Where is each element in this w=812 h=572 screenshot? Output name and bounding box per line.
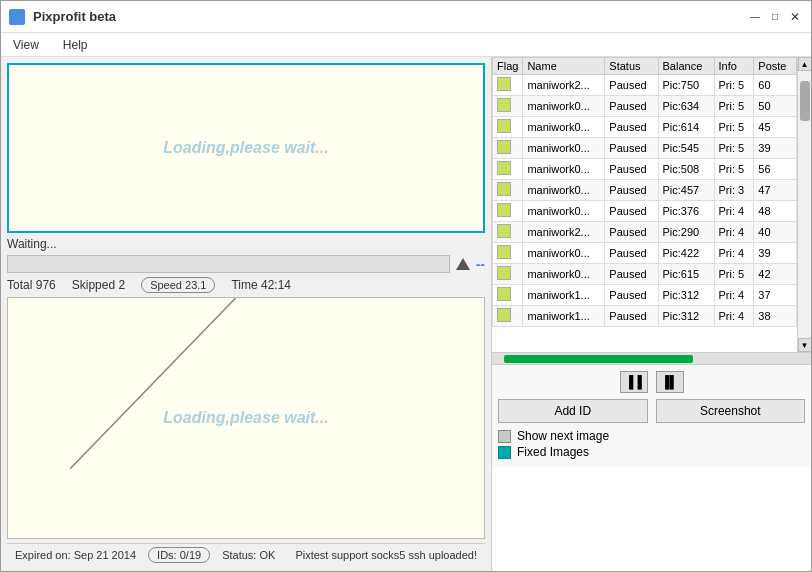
posted-cell: 39 — [754, 243, 797, 264]
col-balance[interactable]: Balance — [658, 58, 714, 75]
posted-cell: 48 — [754, 201, 797, 222]
info-cell: Pri: 4 — [714, 201, 754, 222]
screenshot-button[interactable]: Screenshot — [656, 399, 806, 423]
close-button[interactable]: ✕ — [787, 9, 803, 25]
table-row[interactable]: maniwork2... Paused Pic:290 Pri: 4 40 — [493, 222, 797, 243]
scroll-thumb[interactable] — [800, 81, 810, 121]
app-title: Pixprofit beta — [33, 9, 116, 24]
info-cell: Pri: 5 — [714, 96, 754, 117]
maximize-button[interactable]: □ — [767, 9, 783, 25]
flag-icon — [497, 287, 511, 301]
table-row[interactable]: maniwork0... Paused Pic:457 Pri: 3 47 — [493, 180, 797, 201]
table-row[interactable]: maniwork2... Paused Pic:750 Pri: 5 60 — [493, 75, 797, 96]
status-cell: Paused — [605, 222, 658, 243]
posted-cell: 39 — [754, 138, 797, 159]
posted-cell: 60 — [754, 75, 797, 96]
menu-help[interactable]: Help — [55, 36, 96, 54]
table-row[interactable]: maniwork0... Paused Pic:615 Pri: 5 42 — [493, 264, 797, 285]
bottom-status: Expired on: Sep 21 2014 IDs: 0/19 Status… — [7, 543, 485, 565]
main-content: Loading,please wait... Waiting... -- Tot… — [1, 57, 811, 571]
table-row[interactable]: maniwork0... Paused Pic:376 Pri: 4 48 — [493, 201, 797, 222]
skipped-value: 2 — [118, 278, 125, 292]
flag-icon — [497, 161, 511, 175]
scroll-down-arrow[interactable]: ▼ — [798, 338, 812, 352]
table-scroll-wrapper: Flag Name Status Balance Info Poste mani… — [492, 57, 811, 352]
col-flag[interactable]: Flag — [493, 58, 523, 75]
right-panel: Flag Name Status Balance Info Poste mani… — [491, 57, 811, 571]
info-cell: Pri: 5 — [714, 75, 754, 96]
menu-bar: View Help — [1, 33, 811, 57]
title-bar-left: Pixprofit beta — [9, 9, 116, 25]
balance-cell: Pic:614 — [658, 117, 714, 138]
vertical-scrollbar[interactable]: ▲ ▼ — [797, 57, 811, 352]
progress-bar — [7, 255, 450, 273]
balance-cell: Pic:312 — [658, 306, 714, 327]
col-name[interactable]: Name — [523, 58, 605, 75]
time-value: 42:14 — [261, 278, 291, 292]
main-window: Pixprofit beta — □ ✕ View Help Loading,p… — [0, 0, 812, 572]
total-value: 976 — [36, 278, 56, 292]
preview-loading-text: Loading,please wait... — [163, 409, 328, 427]
col-status[interactable]: Status — [605, 58, 658, 75]
flag-icon — [497, 266, 511, 280]
posted-cell: 45 — [754, 117, 797, 138]
show-next-row: Show next image — [498, 429, 805, 443]
ids-badge: IDs: 0/19 — [148, 547, 210, 563]
flag-cell — [493, 75, 523, 96]
col-info[interactable]: Info — [714, 58, 754, 75]
add-id-button[interactable]: Add ID — [498, 399, 648, 423]
icon1-symbol: ▐▐ — [625, 375, 642, 389]
name-cell: maniwork0... — [523, 201, 605, 222]
posted-cell: 42 — [754, 264, 797, 285]
menu-view[interactable]: View — [5, 36, 47, 54]
preview-box: Loading,please wait... — [7, 297, 485, 539]
table-inner: Flag Name Status Balance Info Poste mani… — [492, 57, 797, 352]
scroll-up-arrow[interactable]: ▲ — [798, 57, 812, 71]
loading-text: Loading,please wait... — [163, 139, 328, 157]
flag-icon — [497, 77, 511, 91]
status-cell: Paused — [605, 180, 658, 201]
action-btn-row: Add ID Screenshot — [498, 399, 805, 423]
dash-button[interactable]: -- — [476, 256, 485, 272]
flag-cell — [493, 222, 523, 243]
balance-cell: Pic:290 — [658, 222, 714, 243]
icon2-symbol: ▐▌ — [661, 375, 678, 389]
icon-button-2[interactable]: ▐▌ — [656, 371, 684, 393]
app-icon — [9, 9, 25, 25]
col-posted[interactable]: Poste — [754, 58, 797, 75]
fixed-images-checkbox[interactable] — [498, 446, 511, 459]
status-cell: Paused — [605, 243, 658, 264]
show-next-checkbox[interactable] — [498, 430, 511, 443]
info-cell: Pri: 5 — [714, 159, 754, 180]
table-row[interactable]: maniwork1... Paused Pic:312 Pri: 4 37 — [493, 285, 797, 306]
table-row[interactable]: maniwork0... Paused Pic:614 Pri: 5 45 — [493, 117, 797, 138]
title-bar: Pixprofit beta — □ ✕ — [1, 1, 811, 33]
fixed-images-row: Fixed Images — [498, 445, 805, 459]
info-cell: Pri: 5 — [714, 117, 754, 138]
posted-cell: 37 — [754, 285, 797, 306]
flag-cell — [493, 96, 523, 117]
flag-cell — [493, 201, 523, 222]
table-row[interactable]: maniwork1... Paused Pic:312 Pri: 4 38 — [493, 306, 797, 327]
table-row[interactable]: maniwork0... Paused Pic:508 Pri: 5 56 — [493, 159, 797, 180]
arrow-up-button[interactable] — [456, 258, 470, 270]
posted-cell: 50 — [754, 96, 797, 117]
horizontal-scrollbar[interactable] — [492, 352, 811, 364]
flag-icon — [497, 224, 511, 238]
balance-cell: Pic:508 — [658, 159, 714, 180]
scroll-track — [798, 71, 811, 338]
h-scroll-thumb[interactable] — [504, 355, 693, 363]
posted-cell: 47 — [754, 180, 797, 201]
table-row[interactable]: maniwork0... Paused Pic:422 Pri: 4 39 — [493, 243, 797, 264]
name-cell: maniwork0... — [523, 243, 605, 264]
status-cell: Paused — [605, 201, 658, 222]
minimize-button[interactable]: — — [747, 9, 763, 25]
icon-button-1[interactable]: ▐▐ — [620, 371, 648, 393]
table-row[interactable]: maniwork0... Paused Pic:545 Pri: 5 39 — [493, 138, 797, 159]
icon-btn-row: ▐▐ ▐▌ — [498, 371, 805, 393]
left-panel: Loading,please wait... Waiting... -- Tot… — [1, 57, 491, 571]
flag-cell — [493, 285, 523, 306]
info-cell: Pri: 4 — [714, 243, 754, 264]
table-row[interactable]: maniwork0... Paused Pic:634 Pri: 5 50 — [493, 96, 797, 117]
preview-line-svg — [8, 298, 484, 469]
